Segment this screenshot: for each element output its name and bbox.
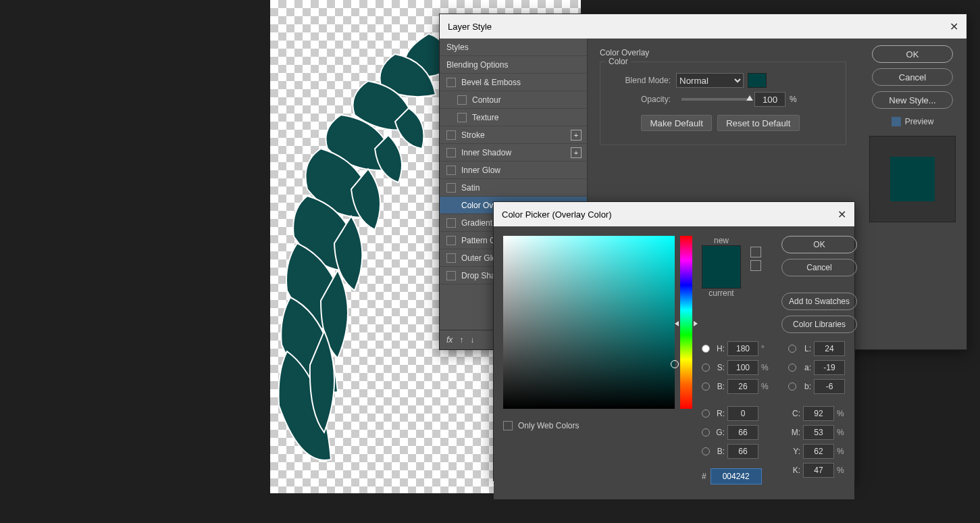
inner-shadow-row[interactable]: Inner Shadow+ xyxy=(440,144,587,161)
checkbox-icon[interactable] xyxy=(457,113,467,122)
color-libraries-button[interactable]: Color Libraries xyxy=(781,316,857,333)
fx-icon[interactable]: fx xyxy=(446,335,453,345)
radio-h[interactable] xyxy=(702,345,710,353)
hash-label: # xyxy=(702,472,706,481)
opacity-input[interactable] xyxy=(754,92,785,107)
bevel-emboss-row[interactable]: Bevel & Emboss xyxy=(440,74,587,91)
color-field[interactable] xyxy=(503,236,675,409)
color-picker-title: Color Picker (Overlay Color) xyxy=(502,209,612,220)
color-group-label: Color xyxy=(606,57,631,66)
arrow-down-icon[interactable]: ↓ xyxy=(470,335,474,345)
radio-bc[interactable] xyxy=(702,447,710,455)
hue-slider[interactable] xyxy=(680,236,692,409)
radio-b[interactable] xyxy=(702,382,710,391)
checkbox-icon[interactable] xyxy=(446,148,456,157)
opacity-slider[interactable] xyxy=(681,98,749,101)
reset-default-button[interactable]: Reset to Default xyxy=(717,115,800,131)
cube-icon[interactable] xyxy=(750,247,761,257)
preview-swatch xyxy=(869,136,956,222)
color-picker-titlebar[interactable]: Color Picker (Overlay Color) ✕ xyxy=(494,202,854,226)
y-input[interactable] xyxy=(803,444,834,459)
preview-toggle[interactable]: Preview xyxy=(892,117,934,126)
checkbox-icon[interactable] xyxy=(446,271,456,280)
checkbox-icon[interactable] xyxy=(446,218,456,228)
contour-row[interactable]: Contour xyxy=(440,91,587,109)
cancel-button[interactable]: Cancel xyxy=(872,68,953,86)
checkbox-icon[interactable] xyxy=(892,117,901,126)
opacity-unit: % xyxy=(790,95,797,104)
k-input[interactable] xyxy=(803,463,834,478)
b-input[interactable] xyxy=(727,379,758,394)
new-current-swatch[interactable] xyxy=(702,245,741,289)
checkbox-icon[interactable] xyxy=(446,166,456,175)
h-input[interactable] xyxy=(727,341,758,356)
a-input[interactable] xyxy=(814,360,845,375)
new-style-button[interactable]: New Style... xyxy=(872,91,953,109)
cp-cancel-button[interactable]: Cancel xyxy=(781,259,857,276)
section-title: Color Overlay xyxy=(600,48,846,57)
dialog-actions: OK Cancel New Style... Preview xyxy=(858,39,966,349)
picker-ring-icon xyxy=(671,360,679,368)
radio-g[interactable] xyxy=(702,428,710,437)
checkbox-icon[interactable] xyxy=(446,183,456,193)
labb-input[interactable] xyxy=(814,379,845,394)
stroke-row[interactable]: Stroke+ xyxy=(440,126,587,144)
wing-artwork xyxy=(274,27,463,487)
radio-labb[interactable] xyxy=(788,382,796,391)
color-picker-dialog: Color Picker (Overlay Color) ✕ Only Web … xyxy=(493,201,855,481)
checkbox-icon[interactable] xyxy=(457,95,467,105)
close-icon[interactable]: ✕ xyxy=(837,208,846,221)
hex-input[interactable] xyxy=(711,468,762,484)
blend-mode-label: Blend Mode: xyxy=(610,76,671,85)
layer-style-titlebar[interactable]: Layer Style ✕ xyxy=(440,14,966,39)
radio-s[interactable] xyxy=(702,364,710,372)
only-web-colors-toggle[interactable]: Only Web Colors xyxy=(503,421,692,430)
opacity-label: Opacity: xyxy=(610,95,671,104)
current-label: current xyxy=(708,289,733,298)
radio-r[interactable] xyxy=(702,409,710,418)
make-default-button[interactable]: Make Default xyxy=(641,115,712,131)
checkbox-icon[interactable] xyxy=(446,201,456,210)
add-icon[interactable]: + xyxy=(571,147,582,158)
m-input[interactable] xyxy=(803,425,834,440)
blending-options-row[interactable]: Blending Options xyxy=(440,56,587,74)
s-input[interactable] xyxy=(727,360,758,375)
c-input[interactable] xyxy=(803,406,834,421)
overlay-color-swatch[interactable] xyxy=(748,73,767,88)
checkbox-icon[interactable] xyxy=(503,421,513,430)
inner-glow-row[interactable]: Inner Glow xyxy=(440,161,587,179)
radio-l[interactable] xyxy=(788,345,796,353)
l-input[interactable] xyxy=(814,341,845,356)
layer-style-title: Layer Style xyxy=(448,22,492,32)
radio-a[interactable] xyxy=(788,364,796,372)
checkbox-icon[interactable] xyxy=(446,78,456,87)
checkbox-icon[interactable] xyxy=(446,130,456,140)
new-label: new xyxy=(714,236,729,245)
add-icon[interactable]: + xyxy=(571,130,582,141)
gamut-icon[interactable] xyxy=(750,260,761,271)
close-icon[interactable]: ✕ xyxy=(950,20,958,33)
checkbox-icon[interactable] xyxy=(446,236,456,245)
ok-button[interactable]: OK xyxy=(872,45,953,63)
satin-row[interactable]: Satin xyxy=(440,179,587,197)
checkbox-icon[interactable] xyxy=(446,253,456,263)
add-swatches-button[interactable]: Add to Swatches xyxy=(781,293,857,310)
only-web-colors-label: Only Web Colors xyxy=(518,421,579,430)
cp-ok-button[interactable]: OK xyxy=(781,236,857,253)
r-input[interactable] xyxy=(727,406,758,421)
g-input[interactable] xyxy=(727,425,758,440)
blend-mode-select[interactable]: Normal xyxy=(676,73,744,88)
bc-input[interactable] xyxy=(727,444,758,459)
preview-label: Preview xyxy=(905,117,934,126)
styles-row[interactable]: Styles xyxy=(440,39,587,56)
texture-row[interactable]: Texture xyxy=(440,109,587,126)
arrow-up-icon[interactable]: ↑ xyxy=(459,335,463,345)
